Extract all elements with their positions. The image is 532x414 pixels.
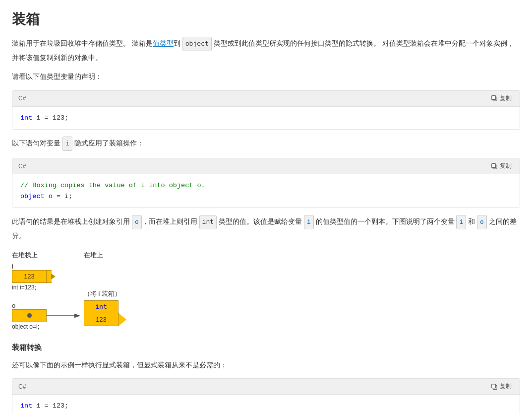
o-dot xyxy=(27,313,32,318)
stack-i-sub: int i=123; xyxy=(12,284,86,291)
code-header-1: C# 复制 xyxy=(12,91,520,107)
copy-icon-3 xyxy=(491,383,498,390)
copy-button-3[interactable]: 复制 xyxy=(489,381,514,392)
kw-int-3: int xyxy=(20,402,32,410)
svg-rect-1 xyxy=(492,96,496,100)
arrow-head-i xyxy=(51,274,56,279)
heap-boxes: int 123 xyxy=(84,300,126,326)
heap-inner: int 123 xyxy=(84,300,118,326)
code-header-2: C# 复制 xyxy=(12,158,520,174)
paragraph-3: 此语句的结果是在堆栈上创建对象引用 o，而在堆上则引用 int 类型的值。该值是… xyxy=(12,215,520,242)
stack-o-box xyxy=(12,309,47,322)
paragraph-4: 还可以像下面的示例一样执行显式装箱，但显式装箱从来不是必需的： xyxy=(12,358,520,372)
intro-paragraph-2: 请看以下值类型变量的声明： xyxy=(12,70,520,83)
svg-rect-6 xyxy=(492,384,496,388)
code-lang-2: C# xyxy=(18,163,26,170)
code-3-1: i = 123; xyxy=(32,402,68,410)
page-title: 装箱 xyxy=(12,10,520,29)
heap-section: 在堆上 （将 i 装箱） int 123 xyxy=(84,251,126,326)
code-body-1: int i = 123; xyxy=(12,107,520,130)
code-block-3: C# 复制 int i = 123; object o = (object)i;… xyxy=(12,378,520,414)
stack-i-arrow xyxy=(47,270,52,283)
copy-icon-1 xyxy=(491,95,498,102)
var-i-inline: i xyxy=(62,137,72,151)
code-lang-3: C# xyxy=(18,383,26,390)
copy-icon-2 xyxy=(491,163,498,170)
paragraph-2: 以下语句对变量 i 隐式应用了装箱操作： xyxy=(12,137,520,151)
heap-spacer xyxy=(84,263,126,289)
stack-section: 在堆栈上 i 123 int i=123; o xyxy=(12,251,86,330)
code-body-2: // Boxing copies the value of i into obj… xyxy=(12,174,520,207)
object-inline-code: object xyxy=(182,37,212,51)
heap-value-box: 123 xyxy=(84,313,118,326)
svg-rect-3 xyxy=(492,163,496,167)
var-o-inline: o xyxy=(132,215,142,229)
var-o-label: o xyxy=(12,302,86,309)
code-rest-1: i = 123; xyxy=(32,114,68,122)
heap-triangle-wrapper xyxy=(118,300,126,326)
intro-paragraph-1: 装箱用于在垃圾回收堆中存储值类型。 装箱是值类型到 object 类型或到此值类… xyxy=(12,37,520,64)
heap-caption: （将 i 装箱） xyxy=(84,289,126,298)
code-rest-2: o = i; xyxy=(45,193,73,200)
kw-object-1: object xyxy=(20,193,45,200)
intro-text-2: 到 xyxy=(174,39,182,47)
var-i-inline-3: i xyxy=(456,215,466,229)
code-body-3: int i = 123; object o = (object)i; // ex… xyxy=(12,395,520,414)
code-block-2: C# 复制 // Boxing copies the value of i in… xyxy=(12,158,520,208)
var-o-inline-2: o xyxy=(477,215,487,229)
code-lang-1: C# xyxy=(18,95,26,102)
stack-o-sub: object o=i; xyxy=(12,323,86,330)
int-inline: int xyxy=(199,215,217,229)
heap-label: 在堆上 xyxy=(84,251,126,260)
intro-text-1: 装箱用于在垃圾回收堆中存储值类型。 装箱是 xyxy=(12,39,153,47)
var-i-label: i xyxy=(12,263,86,270)
comment-1: // Boxing copies the value of i into obj… xyxy=(20,182,205,189)
kw-int-1: int xyxy=(20,114,32,122)
copy-button-2[interactable]: 复制 xyxy=(489,161,514,171)
value-type-link[interactable]: 值类型 xyxy=(153,39,174,47)
stack-i-box: 123 xyxy=(12,270,47,283)
boxing-diagram: 在堆栈上 i 123 int i=123; o xyxy=(12,251,520,335)
heap-triangle xyxy=(118,313,126,326)
stack-o-row xyxy=(12,309,86,322)
copy-button-1[interactable]: 复制 xyxy=(489,93,514,104)
o-to-heap-arrow xyxy=(47,309,86,322)
boxing-conversion-heading: 装箱转换 xyxy=(12,343,520,352)
var-i-inline-2: i xyxy=(304,215,314,229)
heap-type-box: int xyxy=(84,300,118,313)
code-block-1: C# 复制 int i = 123; xyxy=(12,90,520,130)
stack-i-row: 123 xyxy=(12,270,86,283)
stack-label: 在堆栈上 xyxy=(12,251,86,260)
code-header-3: C# 复制 xyxy=(12,379,520,395)
